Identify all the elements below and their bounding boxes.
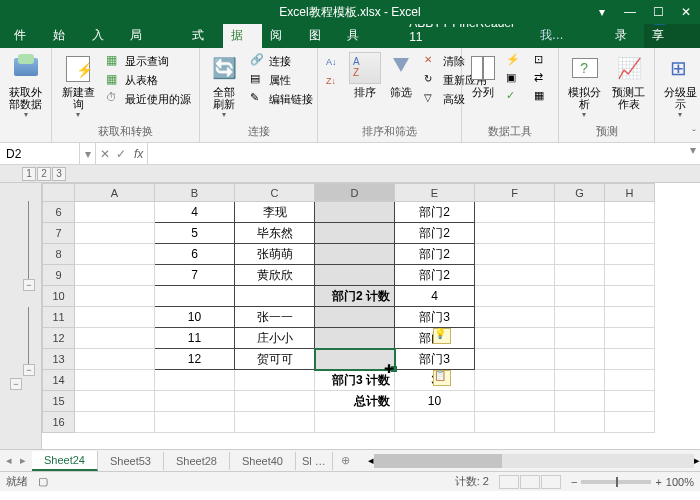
flash-fill-button[interactable] [502,52,526,70]
smart-tag-paste[interactable] [433,370,451,386]
sheet-tab-sheet53[interactable]: Sheet53 [98,452,164,470]
spreadsheet-grid[interactable]: A B C D E F G H 64李现部门275毕东然部门286张萌萌部门29… [42,183,655,433]
cell[interactable] [475,370,555,391]
sheet-nav-prev[interactable]: ◂ [6,454,12,467]
zoom-out-button[interactable]: − [571,476,577,488]
cell[interactable] [605,265,655,286]
cell[interactable] [555,370,605,391]
cell[interactable] [235,412,315,433]
cell[interactable] [555,412,605,433]
cell[interactable] [235,286,315,307]
cell[interactable]: 张萌萌 [235,244,315,265]
recent-sources-button[interactable]: 最近使用的源 [102,90,195,108]
outline-button[interactable]: 分级显示▾ [659,50,700,121]
row-header[interactable]: 7 [43,223,75,244]
view-pagebreak-icon[interactable] [541,475,561,489]
outline-collapse-button[interactable]: − [23,279,35,291]
cell[interactable] [155,412,235,433]
text-to-columns-button[interactable]: 分列 [466,50,500,100]
forecast-sheet-button[interactable]: 预测工作表 [608,50,651,112]
cell[interactable] [75,286,155,307]
row-header[interactable]: 16 [43,412,75,433]
cell[interactable] [315,223,395,244]
new-query-button[interactable]: 新建查询▾ [56,50,100,121]
cell[interactable]: 11 [155,328,235,349]
expand-formula-bar[interactable]: ▾ [686,143,700,164]
sheet-tab-more[interactable]: Sl … [296,452,333,470]
row-header[interactable]: 14 [43,370,75,391]
name-box[interactable]: D2 [0,143,80,164]
cell[interactable] [475,349,555,370]
from-table-button[interactable]: 从表格 [102,71,195,89]
outline-collapse-grand[interactable]: − [10,378,22,390]
zoom-in-button[interactable]: + [655,476,661,488]
horizontal-scrollbar[interactable] [374,454,694,468]
cell[interactable] [315,349,395,370]
remove-dup-button[interactable] [502,70,526,88]
outline-level-3[interactable]: 3 [52,167,66,181]
col-header-b[interactable]: B [155,184,235,202]
cell[interactable] [475,286,555,307]
view-layout-icon[interactable] [520,475,540,489]
select-all-corner[interactable] [43,184,75,202]
cell[interactable] [75,307,155,328]
cell[interactable] [155,370,235,391]
col-header-a[interactable]: A [75,184,155,202]
enter-formula-icon[interactable]: ✓ [116,147,126,161]
cell[interactable]: 部门2 [395,223,475,244]
cell[interactable]: 12 [155,349,235,370]
cell[interactable] [605,391,655,412]
zoom-slider[interactable] [581,480,651,484]
cancel-formula-icon[interactable]: ✕ [100,147,110,161]
collapse-ribbon-icon[interactable]: ˇ [692,128,696,140]
cell[interactable] [75,223,155,244]
cell[interactable] [315,244,395,265]
ribbon-opts-icon[interactable]: ▾ [588,0,616,24]
cell[interactable] [235,370,315,391]
row-header[interactable]: 13 [43,349,75,370]
get-external-data-button[interactable]: 获取外部数据▾ [4,50,47,121]
consolidate-button[interactable] [530,52,554,70]
col-header-c[interactable]: C [235,184,315,202]
row-header[interactable]: 9 [43,265,75,286]
cell[interactable] [555,244,605,265]
cell[interactable] [605,370,655,391]
maximize-icon[interactable]: ☐ [644,0,672,24]
name-box-dropdown[interactable]: ▾ [80,143,96,164]
zoom-level[interactable]: 100% [666,476,694,488]
cell[interactable] [475,202,555,223]
row-header[interactable]: 11 [43,307,75,328]
row-header[interactable]: 15 [43,391,75,412]
col-header-g[interactable]: G [555,184,605,202]
hscroll-right[interactable]: ▸ [694,454,700,467]
sort-button[interactable]: 排序 [348,50,382,100]
cell[interactable] [75,349,155,370]
show-queries-button[interactable]: 显示查询 [102,52,195,70]
cell[interactable] [75,265,155,286]
cell[interactable] [555,223,605,244]
outline-level-2[interactable]: 2 [37,167,51,181]
cell[interactable] [475,391,555,412]
fx-icon[interactable]: fx [130,143,147,164]
cell[interactable] [605,412,655,433]
cell[interactable]: 7 [155,265,235,286]
cell[interactable]: 部门2 [395,265,475,286]
cell[interactable] [315,265,395,286]
cell[interactable] [555,328,605,349]
cell[interactable] [475,307,555,328]
cell[interactable] [75,412,155,433]
cell[interactable]: 庄小小 [235,328,315,349]
cell[interactable] [155,391,235,412]
cell[interactable] [555,391,605,412]
smart-tag-lightbulb[interactable] [433,328,451,344]
cell[interactable]: 李现 [235,202,315,223]
cell[interactable] [555,286,605,307]
cell[interactable] [315,202,395,223]
minimize-icon[interactable]: ― [616,0,644,24]
sheet-tab-sheet24[interactable]: Sheet24 [32,451,98,471]
sheet-tab-sheet40[interactable]: Sheet40 [230,452,296,470]
view-normal-icon[interactable] [499,475,519,489]
cell[interactable] [475,265,555,286]
cell[interactable]: 5 [155,223,235,244]
sheet-tab-sheet28[interactable]: Sheet28 [164,452,230,470]
